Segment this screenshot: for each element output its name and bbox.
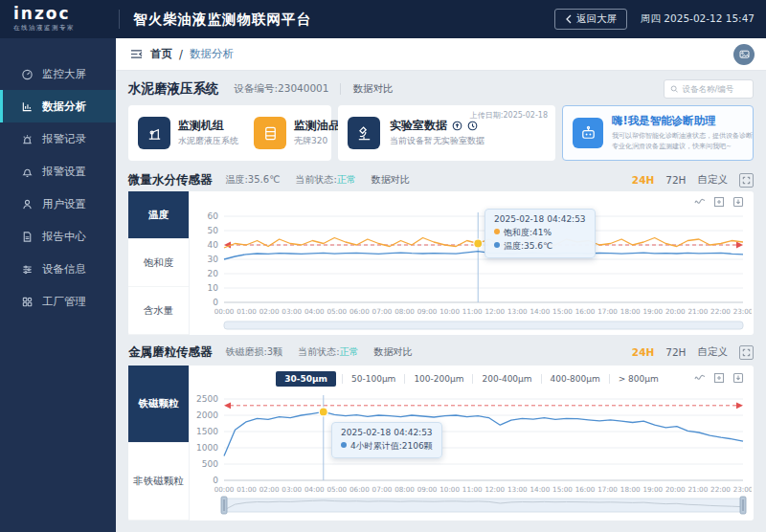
ai-description: 我可以帮你智能化诊断油液状态，提供设备诊断专业化润滑设备监测建议，快来问我吧~ [612,131,753,152]
legend-800plus[interactable]: > 800μm [609,374,667,384]
sidebar-item-device-info[interactable]: 设备信息 [0,253,116,285]
particle-sensor-chart-area[interactable]: 30-50μm 50-100μm 100-200μm 200-400μm 400… [190,366,754,521]
tab-temperature[interactable]: 温度 [128,191,189,239]
svg-text:21:00: 21:00 [688,307,709,316]
range-24h-button[interactable]: 24H [632,346,654,358]
tab-non-ferromagnetic[interactable]: 非铁磁颗粒 [128,443,189,521]
lab-title: 实验室数据 [390,119,447,134]
monitor-unit-subtitle: 水泥磨液压系统 [178,135,238,147]
water-sensor-panel: 温度 饱和度 含水量 010203040506000:0001:0002:000… [128,191,754,335]
legend-30-50[interactable]: 30-50μm [276,371,336,387]
monitor-oil-subtitle: 壳牌320 [294,135,340,147]
breadcrumb-home-link[interactable]: 首页 [150,47,172,61]
tab-water-content[interactable]: 含水量 [128,287,189,335]
water-sensor-title: 微量水分传感器 [128,172,213,188]
microscope-icon [348,117,380,149]
upload-icon[interactable] [452,121,462,131]
particle-sensor-status: 当前状态:正常 [298,345,358,359]
sidebar-item-alarm-settings[interactable]: 报警设置 [0,155,116,188]
svg-text:00:00: 00:00 [214,485,235,494]
zoom-box-icon[interactable] [713,196,725,208]
screenshot-button[interactable] [733,44,755,65]
sidebar-item-data-analysis[interactable]: 数据分析 [0,90,116,122]
summary-cards: 监测机组 水泥磨液压系统 监测油品 壳牌320 [128,105,754,161]
user-settings-icon [21,198,34,211]
header-divider [119,10,120,29]
legend-50-100[interactable]: 50-100μm [342,374,404,384]
svg-text:19:00: 19:00 [642,307,663,316]
sidebar-item-report-center[interactable]: 报告中心 [0,220,116,253]
water-sensor-header: 微量水分传感器 温度:35.6℃ 当前状态:正常 数据对比 24H 72H 自定… [128,168,754,191]
oil-barrel-icon [254,117,286,149]
sidebar-item-factory-management[interactable]: 工厂管理 [0,285,116,318]
chart-toolbox [694,372,744,384]
fullscreen-icon[interactable] [739,345,754,360]
back-to-bigscreen-button[interactable]: 返回大屏 [554,9,627,30]
water-sensor-compare-link[interactable]: 数据对比 [372,173,410,187]
water-chart-tooltip: 2025-02-18 04:42:53 饱和度:41% 温度:35.6℃ [484,209,596,258]
water-sensor-chart[interactable]: 010203040506000:0001:0002:0003:0004:0005… [190,205,752,333]
app-header: inzoc 在线油液监测专家 智火柴油液监测物联网平台 返回大屏 周四 2025… [0,0,766,38]
lab-data-card: 上传日期:2025-02-18 实验室数据 当前设备暂无实验室数据 [338,105,555,161]
range-24h-button[interactable]: 24H [632,174,654,186]
header-datetime: 周四 2025-02-12 15:47 [641,12,755,26]
sidebar-label: 报警设置 [42,165,86,179]
svg-text:11:00: 11:00 [462,485,483,494]
history-icon[interactable] [467,121,478,131]
device-name[interactable]: 水泥磨液压系统 [128,80,219,98]
svg-text:11:00: 11:00 [462,307,483,316]
svg-text:30: 30 [208,255,219,264]
particle-sensor-compare-link[interactable]: 数据对比 [374,345,413,359]
svg-text:04:00: 04:00 [304,307,325,316]
line-chart-icon[interactable] [694,196,706,208]
menu-fold-icon[interactable] [129,48,144,60]
range-72h-button[interactable]: 72H [665,346,686,358]
status-ok-value: 正常 [340,346,359,357]
legend-200-400[interactable]: 200-400μm [472,374,540,384]
save-image-icon[interactable] [732,372,744,384]
svg-text:12:00: 12:00 [484,307,505,316]
range-72h-button[interactable]: 72H [665,174,686,186]
tab-saturation[interactable]: 饱和度 [128,239,189,287]
svg-text:0: 0 [213,298,218,307]
sidebar-label: 报警记录 [42,132,86,146]
particle-count-dot [341,442,347,448]
device-search[interactable] [664,79,754,99]
svg-text:01:00: 01:00 [237,485,257,494]
ai-title: 嗨!我是智能诊断助理 [612,114,753,128]
sidebar-item-user-settings[interactable]: 用户设置 [0,188,116,220]
back-button-label: 返回大屏 [576,12,617,26]
zoom-box-icon[interactable] [713,372,725,384]
search-input[interactable] [682,84,747,94]
particle-sensor-chart[interactable]: 0500100015002000250000:0001:0002:0003:00… [190,389,752,518]
svg-text:06:00: 06:00 [349,485,370,494]
ai-assistant-card[interactable]: 嗨!我是智能诊断助理 我可以帮你智能化诊断油液状态，提供设备诊断专业化润滑设备监… [562,105,754,161]
svg-text:10:00: 10:00 [439,307,460,316]
tab-ferromagnetic[interactable]: 铁磁颗粒 [128,366,189,443]
range-custom-button[interactable]: 自定义 [698,345,729,359]
legend-100-200[interactable]: 100-200μm [404,374,472,384]
sidebar-label: 报告中心 [42,230,86,244]
range-custom-button[interactable]: 自定义 [698,173,729,187]
svg-text:05:00: 05:00 [327,307,347,316]
water-sensor-tabs: 温度 饱和度 含水量 [128,191,190,335]
sidebar-item-alarm-records[interactable]: 报警记录 [0,122,116,155]
svg-text:60: 60 [208,211,219,221]
svg-text:09:00: 09:00 [417,307,438,316]
robot-icon [573,118,603,148]
sidebar-item-monitor-screen[interactable]: 监控大屏 [0,57,116,90]
save-image-icon[interactable] [732,196,744,208]
svg-text:23:00: 23:00 [733,307,752,316]
sidebar-label: 监控大屏 [42,67,86,81]
particle-sensor-metric: 铁磁磨损:3颗 [226,345,283,359]
svg-text:09:00: 09:00 [417,485,438,494]
particle-sensor-panel: 铁磁颗粒 非铁磁颗粒 30-50μm 50-100μm 100-200μm 20… [128,366,754,521]
line-chart-icon[interactable] [694,372,706,384]
water-sensor-chart-area[interactable]: 010203040506000:0001:0002:0003:0004:0005… [190,191,754,335]
svg-text:23:00: 23:00 [733,485,752,494]
device-compare-link[interactable]: 数据对比 [352,82,393,96]
fullscreen-icon[interactable] [739,173,754,188]
svg-text:14:00: 14:00 [530,485,551,494]
water-sensor-metric: 温度:35.6℃ [226,173,281,187]
legend-400-800[interactable]: 400-800μm [541,374,609,384]
